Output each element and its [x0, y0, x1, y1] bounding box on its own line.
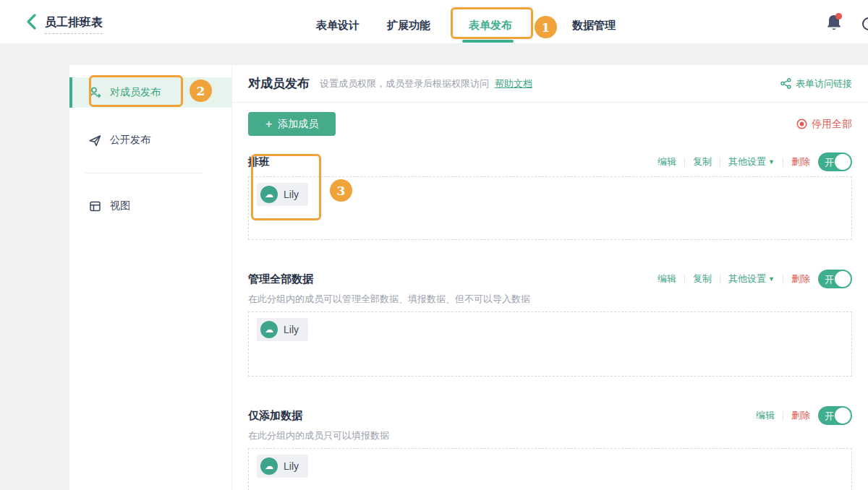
- member-chip[interactable]: ☁ Lily: [257, 455, 308, 478]
- group-title: 排班: [248, 155, 270, 169]
- divider: [783, 158, 783, 167]
- help-doc-link[interactable]: 帮助文档: [495, 77, 532, 90]
- tab-form-publish[interactable]: 表单发布: [469, 19, 512, 33]
- member-name: Lily: [284, 324, 299, 335]
- edit-link[interactable]: 编辑: [658, 155, 676, 168]
- disable-all-button[interactable]: 停用全部: [796, 118, 852, 131]
- divider: [720, 275, 720, 284]
- delete-link[interactable]: 删除: [791, 409, 810, 422]
- toggle-knob: [835, 271, 851, 287]
- divider: [783, 411, 783, 421]
- toolbar: + 添加成员 停用全部: [248, 112, 852, 136]
- annotation-step-3: 3: [330, 179, 352, 202]
- stop-circle-icon: [796, 119, 807, 129]
- group-controls: 编辑 删除 开: [756, 406, 852, 425]
- cloud-icon: ☁: [265, 324, 273, 335]
- group-toggle-on[interactable]: 开: [818, 152, 852, 171]
- member-name: Lily: [284, 189, 299, 200]
- member-drop-zone[interactable]: ☁ Lily: [248, 448, 852, 490]
- sidebar: 对成员发布 公开发布 视图: [69, 65, 231, 490]
- divider: [720, 158, 720, 167]
- add-member-button[interactable]: + 添加成员: [248, 112, 336, 136]
- edit-link[interactable]: 编辑: [756, 409, 775, 422]
- member-chip[interactable]: ☁ Lily: [257, 318, 308, 341]
- sidebar-item-label: 视图: [110, 199, 130, 212]
- member-avatar: ☁: [260, 186, 278, 203]
- main-panel: 对成员发布 设置成员权限，成员登录后根据权限访问 帮助文档 表单访问链接 + 添…: [231, 65, 868, 490]
- form-title[interactable]: 员工排班表: [45, 15, 103, 34]
- user-share-icon: [88, 86, 102, 100]
- copy-link[interactable]: 复制: [693, 155, 712, 168]
- group-controls: 编辑 复制 其他设置▼ 删除 开: [658, 152, 852, 171]
- tab-form-design[interactable]: 表单设计: [316, 19, 359, 33]
- permission-group-section: 仅添加数据 编辑 删除 开 在此分组内的成员只可以填报数据 ☁: [248, 407, 852, 490]
- cloud-icon: ☁: [265, 461, 273, 471]
- disable-all-label: 停用全部: [812, 118, 852, 131]
- chevron-left-icon: [23, 12, 42, 31]
- back-button[interactable]: [23, 12, 42, 31]
- toggle-knob: [835, 154, 851, 170]
- group-title: 管理全部数据: [248, 272, 313, 286]
- group-description: 在此分组内的成员只可以填报数据: [248, 429, 852, 442]
- active-indicator-bar: [69, 77, 72, 108]
- permission-group-section: 管理全部数据 编辑 复制 其他设置▼ 删除 开: [248, 270, 852, 377]
- divider: [783, 275, 783, 284]
- toggle-label: 开: [825, 156, 834, 169]
- notification-bell[interactable]: [824, 12, 844, 34]
- edit-link[interactable]: 编辑: [658, 272, 676, 285]
- group-toggle-on[interactable]: 开: [818, 406, 852, 425]
- group-controls: 编辑 复制 其他设置▼ 删除 开: [658, 270, 852, 288]
- user-avatar[interactable]: [862, 17, 868, 30]
- member-name: Lily: [284, 460, 299, 472]
- sidebar-item-label: 公开发布: [110, 134, 150, 147]
- form-access-link-label: 表单访问链接: [796, 77, 852, 90]
- toggle-label: 开: [825, 410, 834, 423]
- divider: [684, 275, 685, 284]
- tab-data-management[interactable]: 数据管理: [572, 19, 616, 33]
- annotation-step-1: 1: [535, 16, 557, 38]
- divider: [684, 158, 685, 167]
- app-window: 员工排班表 表单设计 扩展功能 表单发布 数据管理 对成: [0, 0, 868, 490]
- member-avatar: ☁: [260, 457, 278, 475]
- view-icon: [88, 199, 102, 213]
- page-title: 对成员发布: [248, 75, 310, 92]
- sidebar-item-public-publish[interactable]: 公开发布: [69, 125, 231, 155]
- delete-link[interactable]: 删除: [791, 272, 810, 285]
- tab-extensions[interactable]: 扩展功能: [387, 19, 430, 33]
- add-member-label: 添加成员: [278, 118, 318, 131]
- group-toggle-on[interactable]: 开: [818, 270, 852, 288]
- group-title: 仅添加数据: [248, 409, 302, 423]
- main-body: + 添加成员 停用全部 排班 编辑: [232, 112, 868, 490]
- main-header: 对成员发布 设置成员权限，成员登录后根据权限访问 帮助文档 表单访问链接: [232, 65, 868, 103]
- sidebar-divider: [85, 173, 203, 173]
- member-drop-zone[interactable]: ☁ Lily: [248, 311, 852, 377]
- caret-down-icon: ▼: [768, 275, 775, 283]
- bell-icon: [824, 12, 844, 34]
- share-icon: [780, 78, 791, 89]
- caret-down-icon: ▼: [768, 158, 775, 166]
- delete-link[interactable]: 删除: [791, 155, 810, 168]
- sidebar-item-views[interactable]: 视图: [69, 191, 231, 221]
- member-avatar: ☁: [260, 321, 278, 338]
- cloud-icon: ☁: [265, 189, 273, 199]
- member-chip[interactable]: ☁ Lily: [257, 183, 308, 206]
- form-access-link[interactable]: 表单访问链接: [780, 77, 852, 90]
- sidebar-item-label: 对成员发布: [110, 86, 161, 99]
- toggle-knob: [835, 408, 851, 424]
- active-tab-underline: [462, 40, 514, 43]
- other-settings-dropdown[interactable]: 其他设置▼: [728, 155, 775, 168]
- plus-icon: +: [265, 119, 272, 130]
- toggle-label: 开: [825, 273, 834, 286]
- group-description: 在此分组内的成员可以管理全部数据、填报数据、但不可以导入数据: [248, 293, 852, 306]
- page-subtitle: 设置成员权限，成员登录后根据权限访问: [320, 77, 489, 90]
- copy-link[interactable]: 复制: [693, 272, 712, 285]
- paper-plane-icon: [88, 134, 102, 147]
- top-bar: 员工排班表 表单设计 扩展功能 表单发布 数据管理: [0, 0, 868, 43]
- other-settings-dropdown[interactable]: 其他设置▼: [728, 272, 775, 285]
- annotation-step-2: 2: [190, 79, 212, 102]
- notification-dot-icon: [835, 13, 842, 20]
